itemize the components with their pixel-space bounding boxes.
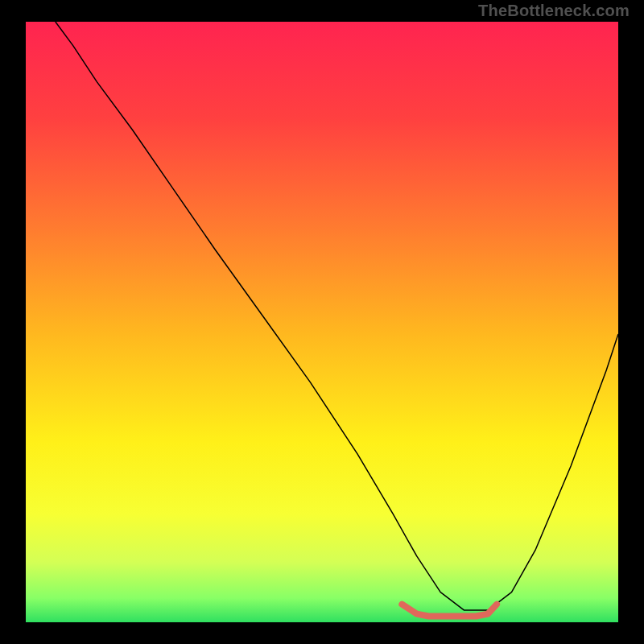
bottleneck-chart — [0, 0, 644, 644]
plot-background — [26, 22, 618, 622]
watermark-text: TheBottleneck.com — [478, 2, 630, 20]
